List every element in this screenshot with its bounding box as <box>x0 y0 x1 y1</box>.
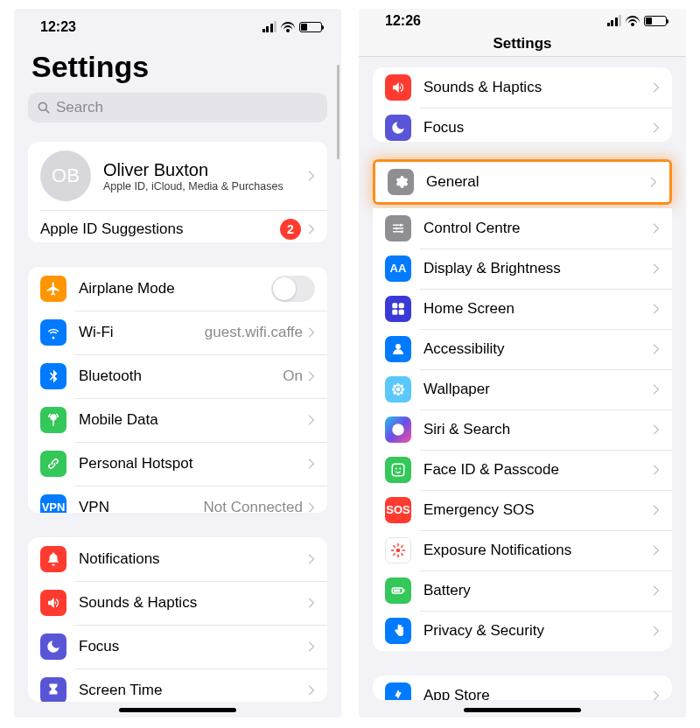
wifi-row[interactable]: Wi-Fi guest.wifi.caffe <box>28 311 327 354</box>
app-store-row[interactable]: App Store <box>373 676 672 700</box>
search-placeholder: Search <box>56 99 103 116</box>
person-icon <box>385 336 411 362</box>
privacy-row[interactable]: Privacy & Security <box>373 611 672 651</box>
bell-icon <box>40 546 66 572</box>
wifi-status-icon <box>280 21 296 32</box>
display-brightness-row[interactable]: AA Display & Brightness <box>373 248 672 289</box>
chevron-right-icon <box>653 262 660 275</box>
home-indicator[interactable] <box>119 708 236 712</box>
status-bar: 12:26 <box>359 9 686 32</box>
home-indicator[interactable] <box>464 708 581 712</box>
search-input[interactable]: Search <box>28 93 327 122</box>
row-label: Focus <box>424 119 653 136</box>
faceid-row[interactable]: Face ID & Passcode <box>373 450 672 490</box>
chevron-right-icon <box>308 326 315 339</box>
focus-row[interactable]: Focus <box>373 108 672 142</box>
prefs-group: Notifications Sounds & Haptics Focus Scr… <box>28 537 327 702</box>
scrollbar[interactable] <box>337 65 340 159</box>
chevron-right-icon <box>653 584 660 597</box>
row-label: Home Screen <box>424 300 653 318</box>
row-label: Mobile Data <box>79 411 308 429</box>
battery-status-icon <box>644 16 667 26</box>
moon-icon <box>40 634 66 660</box>
appstore-icon <box>385 682 411 700</box>
chevron-right-icon <box>650 176 657 188</box>
antenna-icon <box>40 407 66 433</box>
badge-count: 2 <box>280 219 301 240</box>
airplane-mode-row[interactable]: Airplane Mode <box>28 267 327 311</box>
siri-row[interactable]: Siri & Search <box>373 410 672 450</box>
sounds-row[interactable]: Sounds & Haptics <box>28 581 327 625</box>
profile-subtitle: Apple ID, iCloud, Media & Purchases <box>103 180 308 192</box>
notifications-row[interactable]: Notifications <box>28 537 327 581</box>
row-label: Bluetooth <box>79 368 283 385</box>
status-bar: 12:23 <box>14 9 341 45</box>
hourglass-icon <box>40 677 66 702</box>
siri-icon <box>385 416 411 443</box>
chevron-right-icon <box>308 597 315 609</box>
phone-settings-main: 12:23 Settings Search OB Oliver Buxton A… <box>14 9 341 718</box>
row-label: Focus <box>79 638 308 655</box>
chevron-right-icon <box>653 303 660 315</box>
general-row[interactable]: General <box>375 162 669 202</box>
chevron-right-icon <box>308 640 315 653</box>
screen-time-row[interactable]: Screen Time <box>28 668 327 702</box>
sounds-row[interactable]: Sounds & Haptics <box>373 67 672 108</box>
vpn-row[interactable]: VPN VPN Not Connected <box>28 486 327 514</box>
row-label: VPN <box>79 499 204 514</box>
row-label: General <box>426 173 650 191</box>
chevron-right-icon <box>653 544 660 556</box>
row-label: Wi-Fi <box>79 324 205 341</box>
chevron-right-icon <box>308 370 315 382</box>
row-label: Exposure Notifications <box>424 542 653 559</box>
apple-id-suggestions-row[interactable]: Apple ID Suggestions 2 <box>28 210 327 242</box>
bluetooth-row[interactable]: Bluetooth On <box>28 354 327 398</box>
row-label: Battery <box>424 582 653 599</box>
row-label: Privacy & Security <box>424 622 653 640</box>
row-label: Display & Brightness <box>424 260 653 277</box>
row-label: Control Centre <box>424 220 653 237</box>
battery-row[interactable]: Battery <box>373 570 672 611</box>
chevron-right-icon <box>308 414 315 426</box>
chevron-right-icon <box>308 553 315 565</box>
faceid-icon <box>385 457 411 483</box>
page-title: Settings <box>14 45 341 89</box>
airplane-icon <box>40 276 66 302</box>
row-label: Accessibility <box>424 340 653 358</box>
chevron-right-icon <box>653 625 660 637</box>
row-label: Siri & Search <box>424 421 653 438</box>
focus-row[interactable]: Focus <box>28 625 327 668</box>
row-value: On <box>283 368 303 385</box>
personal-hotspot-row[interactable]: Personal Hotspot <box>28 442 327 486</box>
sliders-icon <box>385 215 411 242</box>
accessibility-row[interactable]: Accessibility <box>373 329 672 369</box>
battery-status-icon <box>299 22 322 32</box>
status-time: 12:23 <box>40 19 76 35</box>
phone-settings-scrolled: 12:26 Settings Sounds & Haptics Focus <box>359 9 686 718</box>
airplane-toggle[interactable] <box>271 276 315 302</box>
link-icon <box>40 451 66 477</box>
avatar: OB <box>40 150 91 201</box>
wallpaper-row[interactable]: Wallpaper <box>373 369 672 410</box>
bluetooth-icon <box>40 363 66 389</box>
apple-id-row[interactable]: OB Oliver Buxton Apple ID, iCloud, Media… <box>28 142 327 210</box>
chevron-right-icon <box>653 343 660 355</box>
status-time: 12:26 <box>385 13 421 29</box>
chevron-right-icon <box>308 458 315 470</box>
emergency-sos-row[interactable]: SOS Emergency SOS <box>373 490 672 530</box>
exposure-row[interactable]: Exposure Notifications <box>373 530 672 570</box>
cellular-signal-icon <box>607 15 622 26</box>
gear-icon <box>388 169 414 195</box>
highlight-general: General <box>373 159 672 205</box>
row-label: Sounds & Haptics <box>424 79 653 96</box>
chevron-right-icon <box>308 684 315 696</box>
home-screen-row[interactable]: Home Screen <box>373 289 672 329</box>
flower-icon <box>385 376 411 402</box>
row-label: Airplane Mode <box>79 280 271 298</box>
vpn-icon: VPN <box>40 494 66 514</box>
chevron-right-icon <box>308 170 315 182</box>
chevron-right-icon <box>653 383 660 396</box>
mobile-data-row[interactable]: Mobile Data <box>28 398 327 442</box>
row-value: Not Connected <box>204 499 303 514</box>
control-centre-row[interactable]: Control Centre <box>373 208 672 248</box>
